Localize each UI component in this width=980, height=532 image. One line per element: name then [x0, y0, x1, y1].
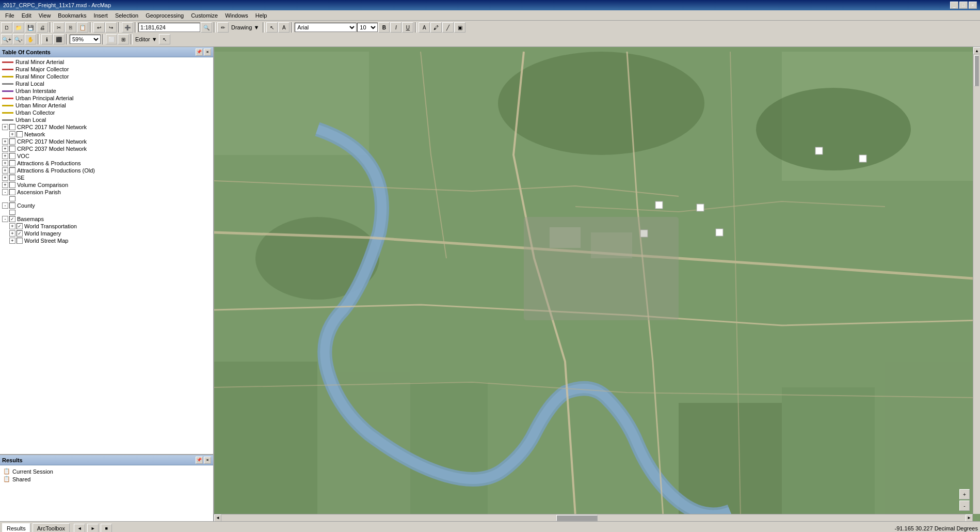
menu-windows[interactable]: Windows: [222, 11, 251, 20]
redo-button[interactable]: ↪: [105, 22, 117, 33]
window-controls[interactable]: _ □ ×: [950, 2, 977, 9]
expand-basemaps[interactable]: -: [2, 216, 8, 222]
expand-se[interactable]: +: [2, 175, 8, 181]
map-area[interactable]: ▲ ◄ ► + -: [214, 47, 980, 521]
toc-ascension-parish[interactable]: - Ascension Parish: [1, 189, 212, 196]
scale-input[interactable]: 1:181,624: [138, 23, 200, 32]
toc-crpc2037[interactable]: + CRPC 2037 Model Network: [1, 145, 212, 152]
expand-ascension[interactable]: -: [2, 189, 8, 195]
map-nav-buttons[interactable]: + -: [959, 489, 970, 511]
toc-voc[interactable]: + VOC: [1, 152, 212, 160]
scroll-thumb-h[interactable]: [556, 515, 598, 521]
expand-vol-comp[interactable]: +: [2, 182, 8, 188]
pan-btn[interactable]: ✋: [25, 34, 36, 44]
map-fwd-btn[interactable]: ►: [87, 524, 99, 533]
check-world-street[interactable]: [17, 238, 23, 244]
expand-crpc2017b[interactable]: +: [2, 138, 8, 145]
toc-world-transportation[interactable]: + World Transportation: [8, 223, 212, 230]
new-button[interactable]: 🗋: [1, 22, 12, 33]
drawing-btn[interactable]: ✏: [217, 22, 229, 33]
menu-view[interactable]: View: [36, 11, 54, 20]
font-select[interactable]: Arial: [295, 23, 357, 32]
menu-geoprocessing[interactable]: Geoprocessing: [142, 11, 187, 20]
check-voc[interactable]: [9, 153, 15, 159]
font-size-select[interactable]: 10: [357, 23, 378, 32]
expand-crpc2017[interactable]: +: [2, 124, 8, 130]
check-county[interactable]: [9, 202, 15, 209]
toc-volume-comparison[interactable]: + Volume Comparison: [1, 181, 212, 189]
scroll-left-btn[interactable]: ◄: [214, 514, 221, 522]
toc-header-btns[interactable]: 📌 ×: [196, 49, 211, 56]
toc-network[interactable]: + Network: [8, 131, 212, 138]
expand-attr-prod[interactable]: +: [2, 160, 8, 166]
map-scrollbar-h[interactable]: ◄ ►: [214, 514, 973, 521]
edit-tool-btn[interactable]: ↖: [159, 34, 170, 44]
zoom-out-btn[interactable]: 🔍-: [13, 34, 24, 44]
menu-selection[interactable]: Selection: [112, 11, 141, 20]
layout-btn[interactable]: ⬜: [106, 34, 117, 44]
results-shared[interactable]: 📋 Shared: [2, 475, 211, 483]
toc-attractions-productions[interactable]: + Attractions & Productions: [1, 160, 212, 167]
minimize-button[interactable]: _: [950, 2, 958, 9]
toc-county[interactable]: - County: [1, 202, 212, 209]
zoom-in-btn[interactable]: 🔍+: [1, 34, 12, 44]
expand-voc[interactable]: +: [2, 153, 8, 159]
check-vol-comp[interactable]: [9, 182, 15, 188]
map-scrollbar-v[interactable]: ▲: [973, 47, 980, 514]
toc-tree[interactable]: Rural Minor Arterial Rural Major Collect…: [0, 57, 213, 454]
pointer-btn[interactable]: ↖: [266, 22, 278, 33]
toc-close-btn[interactable]: ×: [204, 49, 211, 56]
close-button[interactable]: ×: [969, 2, 977, 9]
check-network[interactable]: [17, 131, 23, 137]
menu-insert[interactable]: Insert: [90, 11, 111, 20]
results-header-btns[interactable]: 📌 ×: [196, 457, 211, 464]
expand-world-imagery[interactable]: +: [9, 230, 15, 237]
expand-world-transport[interactable]: +: [9, 223, 15, 229]
maximize-button[interactable]: □: [959, 2, 968, 9]
expand-attr-prod-old[interactable]: +: [2, 167, 8, 174]
check-world-imagery[interactable]: [17, 230, 23, 237]
save-button[interactable]: 💾: [25, 22, 36, 33]
toc-world-imagery[interactable]: + World Imagery: [8, 230, 212, 237]
italic-button[interactable]: I: [390, 22, 401, 33]
expand-network[interactable]: +: [9, 131, 15, 137]
scroll-up-btn[interactable]: ▲: [973, 47, 980, 54]
check-attr-prod-old[interactable]: [9, 167, 15, 174]
check-ascension[interactable]: [9, 189, 15, 195]
expand-world-street[interactable]: +: [9, 238, 15, 244]
text-btn[interactable]: A: [278, 22, 290, 33]
toc-se[interactable]: + SE: [1, 174, 212, 181]
menu-file[interactable]: File: [2, 11, 18, 20]
underline-button[interactable]: U: [402, 22, 413, 33]
results-tab[interactable]: Results: [2, 523, 30, 533]
menu-help[interactable]: Help: [252, 11, 270, 20]
toc-world-street-map[interactable]: + World Street Map: [8, 237, 212, 244]
open-button[interactable]: 📁: [13, 22, 24, 33]
toc-crpc2017-model[interactable]: + CRPC 2017 Model Network: [1, 123, 212, 131]
map-controls[interactable]: ◄ ► ■: [74, 524, 112, 533]
undo-button[interactable]: ↩: [93, 22, 105, 33]
color-btn[interactable]: A: [419, 22, 430, 33]
check-world-transport[interactable]: [17, 223, 23, 229]
toc-crpc2017b[interactable]: + CRPC 2017 Model Network: [1, 138, 212, 145]
toc-pin-btn[interactable]: 📌: [196, 49, 203, 56]
zoom-button[interactable]: 🔍: [201, 22, 212, 33]
grid-btn[interactable]: ⊞: [118, 34, 129, 44]
arctoolbox-tab[interactable]: ArcToolbox: [33, 523, 70, 533]
map-back-btn[interactable]: ◄: [74, 524, 85, 533]
menu-customize[interactable]: Customize: [188, 11, 221, 20]
scroll-right-btn[interactable]: ►: [966, 514, 973, 522]
fill-btn[interactable]: ▣: [454, 22, 465, 33]
identify-btn[interactable]: ℹ: [41, 34, 53, 44]
copy-button[interactable]: ⎘: [65, 22, 76, 33]
expand-county[interactable]: -: [2, 202, 8, 209]
bold-button[interactable]: B: [378, 22, 390, 33]
map-stop-btn[interactable]: ■: [101, 524, 112, 533]
check-crpc2037[interactable]: [9, 146, 15, 152]
add-data-button[interactable]: ➕: [122, 22, 133, 33]
check-crpc2017b[interactable]: [9, 138, 15, 145]
zoom-combo[interactable]: 59%: [70, 35, 101, 44]
results-pin-btn[interactable]: 📌: [196, 457, 203, 464]
expand-crpc2037[interactable]: +: [2, 146, 8, 152]
print-button[interactable]: 🖨: [37, 22, 48, 33]
